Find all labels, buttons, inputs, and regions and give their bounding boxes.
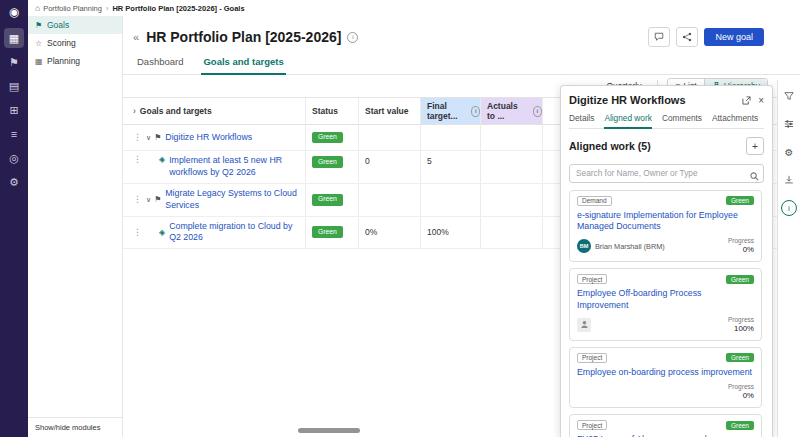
collapse-sidebar-icon[interactable]: «: [133, 31, 139, 43]
goal-flag-icon: ⚑: [154, 195, 161, 204]
settings-icon[interactable]: ⚙: [4, 172, 24, 192]
column-label: Actuals to ...: [487, 101, 527, 121]
final-target-cell: [420, 125, 480, 150]
modules-icon[interactable]: ≡: [4, 124, 24, 144]
sidebar-item-goals[interactable]: ⚑ Goals: [28, 16, 122, 34]
start-value-cell: 0: [358, 151, 420, 183]
scoring-icon: ☆: [35, 39, 47, 48]
add-aligned-work-button[interactable]: +: [746, 137, 764, 155]
export-icon[interactable]: [781, 172, 797, 188]
column-actuals[interactable]: Actuals to ... i: [480, 98, 542, 124]
goal-link[interactable]: Migrate Legacy Systems to Cloud Services: [165, 188, 305, 212]
sliders-icon[interactable]: [781, 116, 797, 132]
app-rail: ◉ ▦ ⚑ ▤ ⊞ ≡ ◎ ⚙: [0, 0, 28, 437]
breadcrumb-page: HR Portfolio Plan [2025-2026] - Goals: [112, 4, 244, 13]
strategy-icon[interactable]: ⚑: [4, 52, 24, 72]
progress: Progress 0%: [728, 237, 754, 255]
insights-icon[interactable]: ◎: [4, 148, 24, 168]
status-badge: Green: [726, 275, 754, 284]
row-menu-icon[interactable]: ⋮: [133, 155, 142, 164]
target-link[interactable]: Implement at least 5 new HR workflows by…: [169, 155, 305, 179]
goal-link[interactable]: Digitize HR Workflows: [165, 132, 252, 144]
status-badge: Green: [312, 194, 343, 206]
status-badge: Green: [726, 353, 754, 362]
column-start-value[interactable]: Start value: [358, 98, 420, 124]
chevron-down-icon[interactable]: ∨: [146, 134, 151, 142]
column-label: Status: [312, 106, 338, 116]
column-goals-and-targets[interactable]: › Goals and targets: [123, 98, 305, 124]
home-icon[interactable]: ⌂: [35, 3, 40, 13]
progress: Progress 0%: [728, 383, 754, 401]
sidebar-item-label: Goals: [47, 20, 69, 30]
portfolios-icon[interactable]: ▦: [4, 28, 24, 48]
work-item-link[interactable]: Employee Off-boarding Process Improvemen…: [577, 288, 754, 311]
work-type-chip: Demand: [577, 196, 612, 206]
goals-icon: ⚑: [35, 21, 47, 30]
start-value-cell: [358, 184, 420, 216]
aligned-work-card[interactable]: Project Green FY25 Leave of Absence - no…: [569, 414, 762, 437]
column-label: Final target...: [427, 101, 465, 121]
column-info-icon[interactable]: i: [533, 106, 542, 117]
planning-module-icon: ▦: [35, 57, 47, 66]
new-goal-button[interactable]: New goal: [704, 28, 764, 46]
owner: [577, 318, 728, 332]
breadcrumb-separator-icon: ›: [106, 4, 109, 13]
row-menu-icon[interactable]: ⋮: [133, 228, 142, 237]
aligned-work-search-input[interactable]: [569, 164, 764, 183]
page-title: HR Portfolio Plan [2025-2026]: [146, 29, 341, 45]
share-button[interactable]: [676, 27, 698, 47]
progress: Progress 100%: [728, 316, 754, 334]
actuals-cell: [480, 217, 542, 249]
aligned-work-card[interactable]: Project Green Employee Off-boarding Proc…: [569, 268, 762, 341]
column-info-icon[interactable]: i: [471, 106, 480, 117]
gear-icon[interactable]: ⚙: [781, 144, 797, 160]
final-target-cell: [420, 184, 480, 216]
work-type-chip: Project: [577, 420, 607, 430]
info-icon[interactable]: i: [781, 200, 797, 216]
sidebar-item-label: Planning: [47, 56, 80, 66]
expand-all-icon[interactable]: ›: [133, 106, 136, 116]
sidebar-item-scoring[interactable]: ☆ Scoring: [28, 34, 122, 52]
aligned-work-list[interactable]: Demand Green e-signature Implementation …: [569, 190, 764, 437]
breadcrumb-app[interactable]: Portfolio Planning: [43, 4, 102, 13]
open-in-new-icon[interactable]: [742, 96, 751, 105]
panel-tab-aligned-work[interactable]: Aligned work: [604, 113, 652, 129]
roadmaps-icon[interactable]: ⊞: [4, 100, 24, 120]
aligned-work-card[interactable]: Project Green Employee on-boarding proce…: [569, 347, 762, 408]
panel-tab-details[interactable]: Details: [569, 113, 594, 128]
status-badge: Green: [726, 421, 754, 430]
aligned-work-card[interactable]: Demand Green e-signature Implementation …: [569, 190, 762, 263]
show-hide-modules-link[interactable]: Show/hide modules: [28, 417, 122, 437]
start-value-cell: [358, 125, 420, 150]
app-logo-icon: ◉: [9, 5, 19, 19]
actuals-cell: [480, 151, 542, 183]
aligned-work-section-header: Aligned work (5) +: [569, 137, 764, 155]
start-value-cell: 0%: [358, 217, 420, 249]
title-info-icon[interactable]: i: [347, 32, 358, 43]
row-menu-icon[interactable]: ⋮: [133, 195, 142, 204]
work-item-link[interactable]: e-signature Implementation for Employee …: [577, 210, 754, 233]
panel-tab-comments[interactable]: Comments: [662, 113, 702, 128]
header-actions: New goal: [648, 27, 790, 47]
status-badge: Green: [312, 156, 343, 168]
chevron-down-icon[interactable]: ∨: [146, 196, 151, 204]
row-menu-icon[interactable]: ⋮: [133, 133, 142, 142]
horizontal-scrollbar[interactable]: [298, 428, 360, 433]
sidebar-item-planning[interactable]: ▦ Planning: [28, 52, 122, 70]
panel-tabs: Details Aligned work Comments Attachment…: [569, 113, 764, 129]
work-item-link[interactable]: Employee on-boarding process improvement: [577, 367, 754, 378]
panel-title: Digitize HR Workflows: [569, 94, 735, 106]
target-link[interactable]: Complete migration to Cloud by Q2 2026: [169, 221, 305, 245]
final-target-cell: 100%: [420, 217, 480, 249]
tab-goals-and-targets[interactable]: Goals and targets: [201, 52, 285, 75]
final-target-cell: 5: [420, 151, 480, 183]
panel-tab-attachments[interactable]: Attachments: [712, 113, 758, 128]
column-final-target[interactable]: Final target... i: [420, 98, 480, 124]
planning-icon[interactable]: ▤: [4, 76, 24, 96]
close-icon[interactable]: ×: [758, 95, 764, 106]
column-status[interactable]: Status: [305, 98, 358, 124]
filter-icon[interactable]: [781, 88, 797, 104]
tab-dashboard[interactable]: Dashboard: [135, 52, 185, 74]
comments-button[interactable]: [648, 27, 670, 47]
breadcrumb: ⌂ Portfolio Planning › HR Portfolio Plan…: [28, 0, 800, 16]
